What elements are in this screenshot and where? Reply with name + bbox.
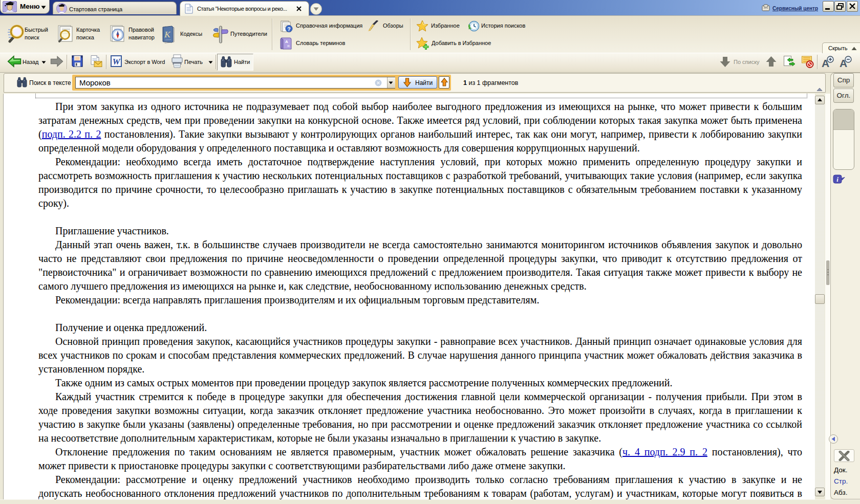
svg-text:я: я: [287, 43, 290, 48]
svg-text:?: ?: [287, 26, 290, 32]
svg-text:i: i: [836, 176, 838, 183]
svg-text:К: К: [164, 30, 171, 39]
svg-text:W: W: [112, 57, 121, 67]
